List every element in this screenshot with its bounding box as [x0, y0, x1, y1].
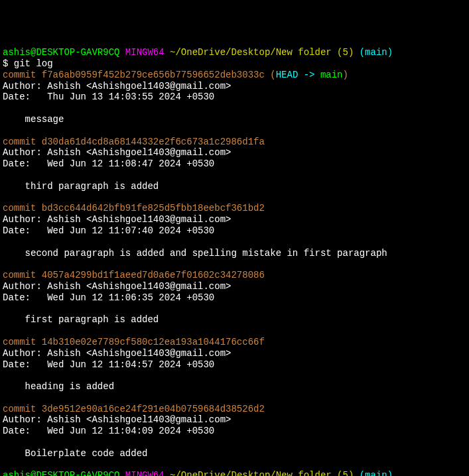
user-host: ashis@DESKTOP-GAVR9CQ — [3, 47, 119, 58]
commit-author-3: Author: Ashish <Ashishgoel1403@gmail.com… — [3, 281, 466, 292]
commit-author-2: Author: Ashish <Ashishgoel1403@gmail.com… — [3, 214, 466, 225]
path: ~/OneDrive/Desktop/New folder (5) — [170, 470, 354, 476]
commit-date-3: Date: Wed Jun 12 11:06:35 2024 +0530 — [3, 292, 466, 304]
commit-author-1: Author: Ashish <Ashishgoel1403@gmail.com… — [3, 147, 466, 158]
commit-date-2: Date: Wed Jun 12 11:07:40 2024 +0530 — [3, 225, 466, 237]
user-host: ashis@DESKTOP-GAVR9CQ — [3, 470, 119, 476]
blank — [3, 392, 466, 404]
blank — [3, 103, 466, 114]
commit-message-5: Boilerplate code added — [3, 448, 466, 459]
commit-date-1: Date: Wed Jun 12 11:08:47 2024 +0530 — [3, 158, 466, 170]
prompt-line-2: ashis@DESKTOP-GAVR9CQ MINGW64 ~/OneDrive… — [3, 470, 466, 476]
blank — [3, 459, 466, 471]
commit-message-3: first paragraph is added — [3, 314, 466, 326]
blank — [3, 170, 466, 181]
commit-hash-0: commit f7a6ab0959f452b279ce656b77596652d… — [3, 70, 466, 81]
commit-hash-1: commit d30da61d4cd8a68144332e2f6c673a1c2… — [3, 137, 466, 148]
commit-date-4: Date: Wed Jun 12 11:04:57 2024 +0530 — [3, 359, 466, 371]
commit-date-5: Date: Wed Jun 12 11:04:09 2024 +0530 — [3, 426, 466, 437]
blank — [3, 192, 466, 204]
blank — [3, 125, 466, 137]
commit-hash-4: commit 14b310e02e7789cf580c12ea193a10441… — [3, 337, 466, 348]
commit-author-0: Author: Ashish <Ashishgoel1403@gmail.com… — [3, 81, 466, 92]
commit-message-1: third paragraph is added — [3, 181, 466, 192]
command-line: $ git log — [3, 58, 466, 70]
commit-author-4: Author: Ashish <Ashishgoel1403@gmail.com… — [3, 348, 466, 359]
blank — [3, 259, 466, 270]
commit-message-2: second paragraph is added and spelling m… — [3, 248, 466, 259]
commit-message-0: message — [3, 114, 466, 125]
commit-author-5: Author: Ashish <Ashishgoel1403@gmail.com… — [3, 414, 466, 426]
blank — [3, 370, 466, 381]
system-name: MINGW64 — [125, 470, 165, 476]
blank — [3, 437, 466, 448]
terminal-output[interactable]: ashis@DESKTOP-GAVR9CQ MINGW64 ~/OneDrive… — [3, 47, 466, 476]
commit-message-4: heading is added — [3, 381, 466, 392]
path: ~/OneDrive/Desktop/New folder (5) — [170, 47, 354, 58]
blank — [3, 237, 466, 248]
commit-hash-5: commit 3de9512e90a16ce24f291e04b0759684d… — [3, 404, 466, 415]
prompt-line-1: ashis@DESKTOP-GAVR9CQ MINGW64 ~/OneDrive… — [3, 47, 466, 58]
branch: (main) — [360, 47, 393, 58]
commit-hash-2: commit bd3cc644d642bfb91fe825d5fbb18eebc… — [3, 203, 466, 214]
commit-hash-3: commit 4057a4299bd1f1aeed7d0a6e7f01602c3… — [3, 270, 466, 281]
system-name: MINGW64 — [125, 47, 165, 58]
blank — [3, 326, 466, 337]
commit-date-0: Date: Thu Jun 13 14:03:55 2024 +0530 — [3, 91, 466, 103]
branch: (main) — [360, 470, 393, 476]
blank — [3, 304, 466, 315]
